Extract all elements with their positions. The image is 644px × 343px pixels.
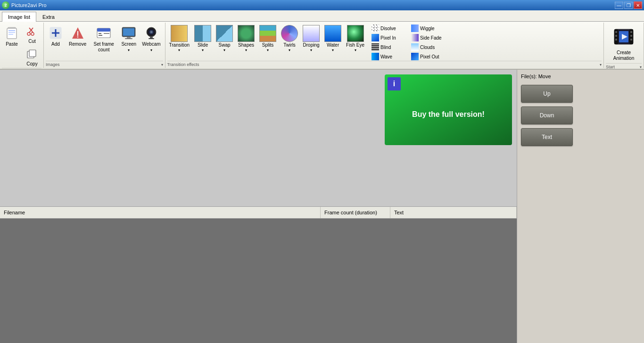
side-fade-fx[interactable]: Side Fade xyxy=(410,33,446,42)
cut-button[interactable]: Cut xyxy=(23,24,41,45)
swap-button[interactable]: Swap ▾ xyxy=(214,24,235,54)
transition-effects-group: Transition ▾ Slide ▾ Swap ▾ Shapes ▾ Spl… xyxy=(165,23,604,68)
cut-icon xyxy=(25,25,39,38)
wave-icon xyxy=(372,53,379,60)
ribbon: Paste Cut xyxy=(0,22,644,70)
title-bar-left: 2 Picture2avi Pro xyxy=(2,1,47,9)
clouds-fx[interactable]: Clouds xyxy=(410,42,446,52)
svg-rect-25 xyxy=(125,38,132,39)
slide-label: Slide xyxy=(198,42,208,48)
wiggle-fx[interactable]: Wiggle xyxy=(410,24,446,33)
svg-rect-31 xyxy=(149,38,154,39)
start-expand-icon[interactable]: ▾ xyxy=(640,65,642,69)
down-button[interactable]: Down xyxy=(521,106,573,124)
right-panel: File(s): Move Up Down Text xyxy=(517,70,644,343)
content-area: i Buy the full version! Filename Frame c… xyxy=(0,70,517,343)
remove-button[interactable]: Remove xyxy=(66,24,89,49)
fish-eye-button[interactable]: Fish Eye ▾ xyxy=(344,24,366,54)
splits-button[interactable]: Splits ▾ xyxy=(257,24,278,54)
transition-label: Transition xyxy=(169,42,190,48)
transition-thumb xyxy=(171,25,188,42)
svg-point-29 xyxy=(150,31,152,33)
tab-image-list[interactable]: Image list xyxy=(2,12,36,22)
svg-point-7 xyxy=(27,33,30,35)
file-list-header: Filename Frame count (duration) Text xyxy=(0,206,517,219)
col-text: Text xyxy=(390,207,517,218)
slide-thumb xyxy=(194,25,211,42)
transition-effects-expand-icon[interactable]: ▾ xyxy=(600,63,602,67)
set-frame-count-icon xyxy=(96,25,111,41)
svg-rect-2 xyxy=(8,30,15,31)
promo-box: i Buy the full version! xyxy=(385,74,512,145)
paste-button[interactable]: Paste xyxy=(2,24,22,49)
start-group: Create Animation Start ▾ xyxy=(604,23,644,68)
text-button[interactable]: Text xyxy=(521,128,573,146)
twirls-button[interactable]: Twirls ▾ xyxy=(279,24,300,54)
file-list-body[interactable] xyxy=(0,219,517,343)
fish-eye-thumb xyxy=(347,25,364,42)
set-frame-count-button[interactable]: Set frame count xyxy=(90,24,118,55)
droping-label: Droping xyxy=(303,42,320,48)
webcam-button[interactable]: Webcam ▾ xyxy=(140,24,163,54)
svg-point-16 xyxy=(77,36,78,37)
ribbon-tabs: Image list Extra xyxy=(0,10,644,22)
clouds-icon xyxy=(411,43,419,51)
col-filename: Filename xyxy=(0,207,321,218)
droping-button[interactable]: Droping ▾ xyxy=(301,24,322,54)
pixel-out-fx[interactable]: Pixel Out xyxy=(410,52,446,61)
water-button[interactable]: Water ▾ xyxy=(322,24,343,54)
copy-button[interactable]: Copy xyxy=(23,46,41,68)
up-button[interactable]: Up xyxy=(521,85,573,103)
shapes-button[interactable]: Shapes ▾ xyxy=(236,24,256,54)
minimize-button[interactable]: — xyxy=(615,1,623,9)
webcam-label: Webcam xyxy=(142,41,160,47)
images-expand-icon[interactable]: ▾ xyxy=(161,63,163,67)
screen-icon xyxy=(121,25,136,41)
transition-button[interactable]: Transition ▾ xyxy=(167,24,192,54)
splits-thumb xyxy=(259,25,276,42)
disolve-fx[interactable]: Disolve xyxy=(370,24,408,33)
add-button[interactable]: Add xyxy=(46,24,66,49)
images-group: Add Remove xyxy=(44,23,165,68)
screen-label: Screen xyxy=(121,41,136,47)
images-group-content: Add Remove xyxy=(46,24,163,61)
pixel-in-fx[interactable]: Pixel In xyxy=(370,33,408,42)
paste-icon xyxy=(4,25,19,41)
create-animation-label: Create Animation xyxy=(610,50,638,61)
svg-rect-21 xyxy=(104,33,109,34)
preview-pane: i Buy the full version! xyxy=(0,70,517,206)
paste-label: Paste xyxy=(6,41,18,47)
svg-rect-24 xyxy=(127,37,131,38)
app-icon: 2 xyxy=(2,1,9,9)
promo-info-icon: i xyxy=(388,77,401,90)
svg-point-8 xyxy=(31,33,34,35)
start-group-label: Start ▾ xyxy=(606,63,642,69)
restore-button[interactable]: ❐ xyxy=(624,1,633,9)
shapes-label: Shapes xyxy=(238,42,254,48)
tab-extra[interactable]: Extra xyxy=(36,12,61,22)
wave-fx[interactable]: Wave xyxy=(370,52,408,61)
slide-button[interactable]: Slide ▾ xyxy=(192,24,213,54)
wiggle-icon xyxy=(411,24,419,32)
blind-fx[interactable]: Blind xyxy=(370,42,408,52)
svg-rect-35 xyxy=(615,31,617,33)
transition-effects-group-label: Transition effects ▾ xyxy=(167,61,602,67)
svg-rect-37 xyxy=(615,39,617,41)
copy-label: Copy xyxy=(26,61,37,66)
svg-rect-18 xyxy=(97,28,110,32)
promo-message: Buy the full version! xyxy=(412,110,485,119)
swap-label: Swap xyxy=(219,42,231,48)
clipboard-group: Paste Cut xyxy=(0,23,44,68)
app-title: Picture2avi Pro xyxy=(11,2,47,8)
svg-rect-40 xyxy=(630,39,632,41)
splits-label: Splits xyxy=(262,42,273,48)
close-button[interactable]: ✕ xyxy=(634,1,642,9)
start-group-content: Create Animation xyxy=(606,24,642,63)
fish-eye-label: Fish Eye xyxy=(346,42,364,48)
remove-icon xyxy=(70,25,85,41)
create-animation-button[interactable]: Create Animation xyxy=(606,24,642,63)
cut-copy-group: Cut Copy xyxy=(23,24,41,68)
svg-rect-36 xyxy=(615,35,617,37)
screen-button[interactable]: Screen ▾ xyxy=(119,24,139,54)
swap-thumb xyxy=(216,25,233,42)
